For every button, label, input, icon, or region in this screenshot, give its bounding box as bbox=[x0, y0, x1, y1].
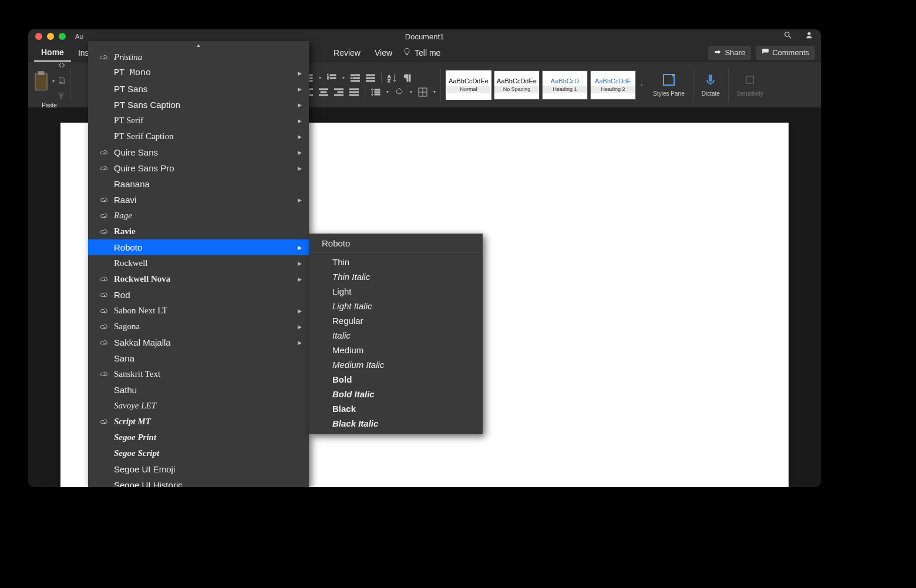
font-weight-item[interactable]: Black bbox=[309, 401, 483, 416]
font-item[interactable]: Rockwell Nova▶ bbox=[88, 271, 309, 287]
font-item[interactable]: Segoe Print bbox=[88, 430, 309, 445]
font-item[interactable]: Sakkal Majalla▶ bbox=[88, 334, 309, 350]
shading-icon[interactable] bbox=[395, 87, 404, 97]
user-icon[interactable] bbox=[804, 31, 814, 42]
indent-icon[interactable] bbox=[366, 73, 375, 83]
font-item[interactable]: Sanskrit Text bbox=[88, 366, 309, 382]
font-item[interactable]: PT Serif Caption▶ bbox=[88, 129, 309, 144]
font-weight-item[interactable]: Black Italic bbox=[309, 416, 483, 431]
font-item[interactable]: PT Serif▶ bbox=[88, 113, 309, 129]
font-item[interactable]: Segoe Script bbox=[88, 445, 309, 461]
font-item[interactable]: Rockwell▶ bbox=[88, 255, 309, 271]
svg-rect-36 bbox=[375, 92, 380, 93]
font-weight-item[interactable]: Bold Italic bbox=[309, 387, 483, 401]
font-name: PT Mono bbox=[114, 68, 151, 78]
paste-dropdown[interactable]: ▾ bbox=[52, 79, 55, 84]
font-item[interactable]: PT Sans Caption▶ bbox=[88, 97, 309, 113]
cloud-icon bbox=[100, 212, 110, 219]
cloud-icon bbox=[100, 292, 110, 299]
font-weight-item[interactable]: Thin bbox=[309, 255, 483, 269]
font-item[interactable]: Rage bbox=[88, 208, 309, 224]
submenu-arrow-icon: ▶ bbox=[298, 197, 302, 203]
cut-icon[interactable] bbox=[58, 61, 66, 70]
traffic-lights bbox=[35, 33, 66, 40]
svg-rect-12 bbox=[330, 75, 336, 76]
justify-icon[interactable] bbox=[349, 87, 359, 97]
font-item[interactable]: PT Mono▶ bbox=[88, 65, 309, 81]
submenu-arrow-icon: ▶ bbox=[298, 308, 302, 314]
style-card[interactable]: AaBbCcDdEHeading 2 bbox=[590, 70, 636, 100]
sensitivity-button: Sensitivity bbox=[733, 73, 767, 97]
font-item[interactable]: Savoye LET bbox=[88, 398, 309, 414]
search-icon[interactable] bbox=[783, 31, 793, 42]
close-button[interactable] bbox=[35, 33, 42, 40]
font-weight-item[interactable]: Light Italic bbox=[309, 299, 483, 313]
pilcrow-icon[interactable] bbox=[403, 73, 412, 83]
tab-review[interactable]: Review bbox=[326, 43, 368, 62]
font-weight-item[interactable]: Medium bbox=[309, 343, 483, 357]
sort-icon[interactable]: AZ bbox=[388, 73, 397, 83]
cloud-icon bbox=[100, 371, 110, 378]
line-spacing-icon[interactable] bbox=[371, 87, 380, 97]
svg-rect-31 bbox=[334, 94, 344, 96]
font-item[interactable]: Script MT bbox=[88, 414, 309, 430]
font-item[interactable]: Raanana bbox=[88, 176, 309, 192]
outdent-icon[interactable] bbox=[351, 73, 360, 83]
paste-button[interactable] bbox=[33, 70, 49, 92]
font-item[interactable]: PT Sans▶ bbox=[88, 81, 309, 97]
font-name: Rockwell bbox=[114, 258, 148, 268]
minimize-button[interactable] bbox=[47, 33, 54, 40]
styles-more-icon[interactable]: › bbox=[638, 82, 645, 88]
font-weight-item[interactable]: Bold bbox=[309, 372, 483, 387]
tab-view[interactable]: View bbox=[368, 43, 399, 62]
font-item[interactable]: Quire Sans Pro▶ bbox=[88, 160, 309, 176]
font-item[interactable]: Rod bbox=[88, 287, 309, 303]
font-item[interactable]: Quire Sans▶ bbox=[88, 144, 309, 160]
font-item[interactable]: Raavi▶ bbox=[88, 192, 309, 208]
font-weight-item[interactable]: Italic bbox=[309, 328, 483, 343]
style-card[interactable]: AaBbCcDdEeNormal bbox=[446, 70, 491, 100]
font-item[interactable]: Segoe UI Emoji bbox=[88, 461, 309, 477]
style-card[interactable]: AaBbCcDHeading 1 bbox=[542, 70, 588, 100]
styles-pane-button[interactable]: Styles Pane bbox=[649, 73, 688, 97]
font-name: Rod bbox=[114, 290, 130, 300]
font-item[interactable]: Sathu bbox=[88, 382, 309, 398]
share-button[interactable]: Share bbox=[708, 46, 751, 60]
style-preview: AaBbCcDdEe bbox=[497, 77, 537, 85]
font-item[interactable]: Sabon Next LT▶ bbox=[88, 303, 309, 319]
svg-text:Z: Z bbox=[388, 78, 390, 83]
comments-button[interactable]: Comments bbox=[756, 46, 815, 60]
submenu-title: Roboto bbox=[309, 234, 483, 252]
document-title: Document1 bbox=[405, 32, 444, 41]
font-name: Ravie bbox=[114, 227, 136, 236]
align-right-icon[interactable] bbox=[334, 87, 344, 97]
maximize-button[interactable] bbox=[59, 33, 66, 40]
scroll-up-arrow[interactable]: ▲ bbox=[88, 41, 309, 49]
font-name: Segoe Print bbox=[114, 432, 156, 442]
dictate-button[interactable]: Dictate bbox=[698, 73, 723, 97]
font-item[interactable]: Segoe UI Historic bbox=[88, 477, 309, 487]
font-item[interactable]: Sagona▶ bbox=[88, 319, 309, 334]
svg-rect-19 bbox=[368, 77, 375, 79]
submenu-arrow-icon: ▶ bbox=[298, 102, 302, 108]
font-weight-item[interactable]: Medium Italic bbox=[309, 357, 483, 372]
copy-icon[interactable] bbox=[58, 76, 66, 86]
font-item[interactable]: Sana bbox=[88, 350, 309, 366]
style-card[interactable]: AaBbCcDdEeNo Spacing bbox=[494, 70, 540, 100]
borders-icon[interactable] bbox=[418, 87, 427, 97]
svg-rect-43 bbox=[746, 76, 753, 83]
svg-rect-32 bbox=[349, 89, 359, 90]
tab-home[interactable]: Home bbox=[34, 43, 71, 62]
align-center-icon[interactable] bbox=[319, 87, 328, 97]
font-weight-item[interactable]: Light bbox=[309, 284, 483, 299]
font-weight-item[interactable]: Regular bbox=[309, 313, 483, 328]
numbering-icon[interactable]: 12 bbox=[327, 73, 336, 83]
format-painter-icon[interactable] bbox=[58, 92, 66, 101]
font-item[interactable]: Roboto▶ bbox=[88, 239, 309, 255]
font-item[interactable]: Ravie bbox=[88, 224, 309, 239]
submenu-arrow-icon: ▶ bbox=[298, 165, 302, 171]
font-weight-item[interactable]: Thin Italic bbox=[309, 269, 483, 284]
svg-rect-29 bbox=[334, 89, 344, 90]
tell-me[interactable]: Tell me bbox=[403, 48, 440, 58]
font-item[interactable]: Pristina bbox=[88, 49, 309, 65]
